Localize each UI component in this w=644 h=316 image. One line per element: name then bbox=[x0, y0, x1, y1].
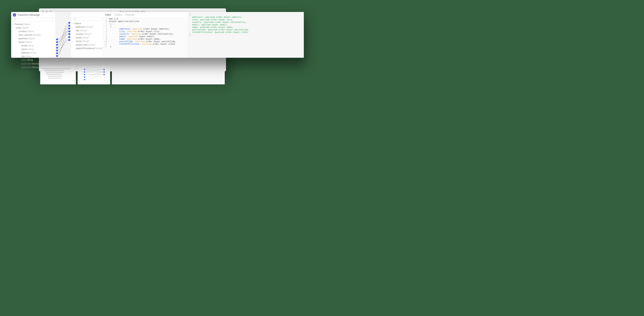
json-output-pane: { address1: payload.order.buyer.address,… bbox=[187, 12, 304, 58]
tree-row-order[interactable]: order : Object bbox=[13, 26, 54, 30]
svg-point-10 bbox=[74, 18, 75, 19]
tree-row-state[interactable]: state : String bbox=[13, 58, 54, 62]
port-in-product[interactable] bbox=[56, 27, 58, 29]
input-tree: Payload : Object order : Object product … bbox=[13, 22, 54, 69]
tree-row-object[interactable]: Object bbox=[73, 22, 101, 25]
port-out-address1[interactable] bbox=[68, 22, 70, 24]
output-tree-panel: Object address1 : String? city : String?… bbox=[71, 12, 103, 58]
tree-row-email[interactable]: email : String bbox=[13, 44, 54, 47]
transform-message-window: Transform Message Payload : Object order… bbox=[11, 12, 304, 58]
tree-row-out-country[interactable]: country : String? bbox=[73, 32, 101, 36]
tree-row-out-name[interactable]: name : String? bbox=[73, 39, 101, 43]
port-in-nationality[interactable] bbox=[56, 55, 58, 57]
port-in-city[interactable] bbox=[56, 47, 58, 49]
port-in-email[interactable] bbox=[56, 38, 58, 40]
port-out-name[interactable] bbox=[68, 33, 70, 35]
tree-row-out-city[interactable]: city : String? bbox=[73, 29, 101, 32]
port-out-country[interactable] bbox=[68, 27, 70, 29]
svg-line-9 bbox=[15, 20, 16, 20]
tree-row-city[interactable]: city : String bbox=[13, 55, 54, 58]
port-out-postal[interactable] bbox=[68, 36, 70, 38]
port-out-email[interactable] bbox=[68, 30, 70, 32]
tree-row-out-address1[interactable]: address1 : String? bbox=[73, 25, 101, 29]
tree-row-payload[interactable]: Payload : Object bbox=[13, 22, 54, 26]
input-search[interactable] bbox=[13, 18, 54, 21]
output-search[interactable] bbox=[73, 17, 101, 20]
search-icon bbox=[74, 18, 76, 20]
port-in-order[interactable] bbox=[56, 24, 58, 26]
port-in-itemamount[interactable] bbox=[56, 30, 58, 32]
port-in-address[interactable] bbox=[56, 44, 58, 46]
tree-row-out-postal[interactable]: postal code : String? bbox=[73, 43, 101, 47]
right-pane: Input Output Payload 1%dw 2.0 2output ap… bbox=[103, 12, 304, 58]
mapping-column bbox=[55, 12, 71, 58]
tab-input[interactable]: Input bbox=[105, 13, 111, 16]
port-in-buyer[interactable] bbox=[56, 36, 58, 38]
tree-row-postcode[interactable]: postCode : Number bbox=[13, 62, 54, 65]
tab-output[interactable]: Output bbox=[114, 13, 122, 16]
code-pane: Input Output Payload 1%dw 2.0 2output ap… bbox=[103, 12, 187, 58]
tab-payload[interactable]: Payload bbox=[125, 13, 134, 16]
tree-row-payment[interactable]: payment : Object bbox=[13, 37, 54, 40]
port-out-city[interactable] bbox=[68, 25, 70, 27]
tree-row-address[interactable]: address : String bbox=[13, 51, 54, 55]
tree-row-product[interactable]: product : Object bbox=[13, 30, 54, 33]
search-icon bbox=[14, 18, 16, 20]
port-in-payload[interactable] bbox=[56, 21, 58, 23]
transform-icon bbox=[13, 13, 16, 16]
background-content bbox=[39, 64, 226, 86]
tree-row-item-amount[interactable]: item_amount : Number bbox=[13, 33, 54, 37]
tree-row-out-email[interactable]: email : String? bbox=[73, 36, 101, 39]
port-in-payment[interactable] bbox=[56, 33, 58, 35]
port-out-object[interactable] bbox=[68, 19, 70, 21]
port-in-name[interactable] bbox=[56, 41, 58, 43]
code-editor[interactable]: 1%dw 2.0 2output application/json 3——— 4… bbox=[103, 17, 187, 58]
port-out-state[interactable] bbox=[68, 39, 70, 41]
svg-point-8 bbox=[14, 19, 15, 20]
input-tree-panel: Transform Message Payload : Object order… bbox=[11, 12, 55, 58]
editor-tabs: Input Output Payload bbox=[103, 12, 187, 17]
panel-title: Transform Message bbox=[18, 13, 40, 16]
output-tree: Object address1 : String? city : String?… bbox=[73, 22, 101, 50]
tree-row-nationality[interactable]: nationality : String bbox=[13, 65, 54, 69]
port-in-state[interactable] bbox=[56, 50, 58, 51]
svg-line-11 bbox=[75, 19, 76, 20]
port-in-postcode[interactable] bbox=[56, 52, 58, 54]
tree-row-name[interactable]: name : String bbox=[13, 47, 54, 51]
tree-row-out-state[interactable]: stateOrProvidence : String? bbox=[73, 47, 101, 50]
tree-row-buyer[interactable]: buyer : Object bbox=[13, 40, 54, 44]
